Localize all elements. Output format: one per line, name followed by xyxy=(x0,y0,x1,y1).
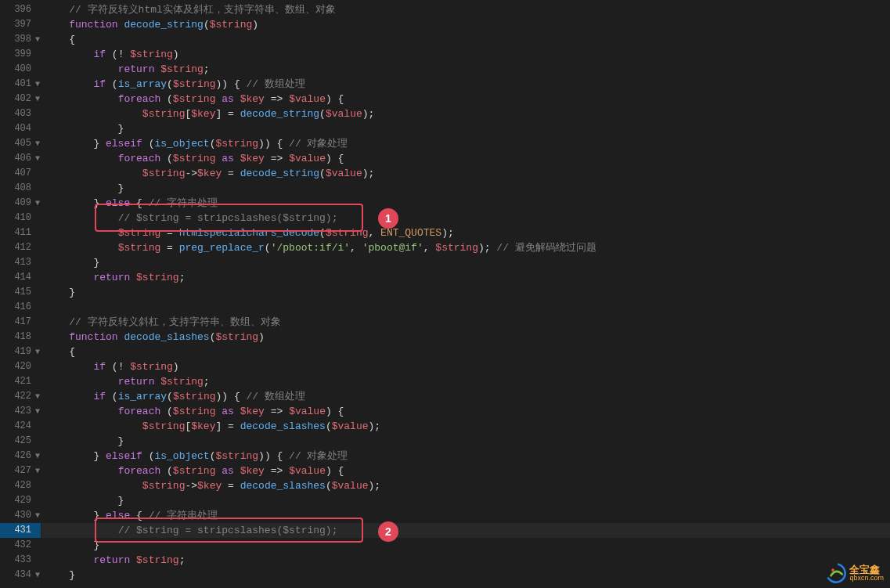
fold-marker-icon[interactable]: ▼ xyxy=(35,449,40,464)
code-line[interactable]: // $string = stripcslashes($string); xyxy=(41,211,890,225)
line-number[interactable]: 401▼ xyxy=(0,77,41,92)
code-line[interactable]: foreach ($string as $key => $value) { xyxy=(41,404,890,419)
line-number[interactable]: 403 xyxy=(0,106,41,121)
code-line[interactable]: return $string; xyxy=(41,62,890,77)
line-number[interactable]: 426▼ xyxy=(0,449,41,464)
line-number[interactable]: 405▼ xyxy=(0,136,41,151)
code-line[interactable]: } xyxy=(41,434,890,449)
line-number[interactable]: 406▼ xyxy=(0,151,41,166)
fold-marker-icon[interactable]: ▼ xyxy=(35,464,40,478)
line-number[interactable]: 402▼ xyxy=(0,92,41,106)
line-number[interactable]: 423▼ xyxy=(0,404,41,419)
svg-point-4 xyxy=(826,563,846,583)
code-line[interactable]: } xyxy=(41,568,890,583)
fold-marker-icon[interactable]: ▼ xyxy=(35,389,40,404)
code-line[interactable]: { xyxy=(41,345,890,359)
line-number[interactable]: 432 xyxy=(0,538,41,553)
line-number[interactable]: 418 xyxy=(0,330,41,345)
line-number[interactable]: 399 xyxy=(0,47,41,62)
code-line[interactable]: $string = preg_replace_r('/pboot:if/i', … xyxy=(41,240,890,255)
code-line[interactable]: // 字符反转义html实体及斜杠，支持字符串、数组、对象 xyxy=(41,2,890,17)
code-line[interactable]: if (is_array($string)) { // 数组处理 xyxy=(41,389,890,404)
line-number[interactable]: 424 xyxy=(0,419,41,434)
code-line[interactable]: foreach ($string as $key => $value) { xyxy=(41,151,890,166)
line-number[interactable]: 409▼ xyxy=(0,196,41,211)
line-number[interactable]: 396 xyxy=(0,2,41,17)
code-line[interactable]: } else { // 字符串处理 xyxy=(41,196,890,211)
code-content[interactable]: // 字符反转义html实体及斜杠，支持字符串、数组、对象 function d… xyxy=(41,0,890,588)
code-line[interactable]: if (! $string) xyxy=(41,47,890,62)
fold-marker-icon[interactable]: ▼ xyxy=(35,196,40,211)
code-line[interactable]: $string[$key] = decode_slashes($value); xyxy=(41,419,890,434)
code-line[interactable]: foreach ($string as $key => $value) { xyxy=(41,92,890,106)
code-line[interactable]: $string = htmlspecialchars_decode($strin… xyxy=(41,225,890,240)
line-number[interactable]: 431 xyxy=(0,523,41,538)
line-number[interactable]: 425 xyxy=(0,434,41,449)
code-line[interactable]: } else { // 字符串处理 xyxy=(41,508,890,523)
code-line[interactable]: if (is_array($string)) { // 数组处理 xyxy=(41,77,890,92)
fold-marker-icon[interactable]: ▼ xyxy=(35,32,40,47)
code-line[interactable]: } xyxy=(41,538,890,553)
code-line[interactable]: function decode_slashes($string) xyxy=(41,330,890,345)
fold-marker-icon[interactable]: ▼ xyxy=(35,151,40,166)
line-number[interactable]: 433 xyxy=(0,553,41,568)
line-number-gutter[interactable]: 396397398▼399400401▼402▼403404405▼406▼40… xyxy=(0,0,41,588)
svg-point-5 xyxy=(832,568,835,572)
line-number[interactable]: 417 xyxy=(0,315,41,330)
line-number[interactable]: 407 xyxy=(0,166,41,181)
code-line[interactable]: return $string; xyxy=(41,374,890,389)
line-number[interactable]: 427▼ xyxy=(0,464,41,478)
code-line[interactable]: $string[$key] = decode_string($value); xyxy=(41,106,890,121)
code-line[interactable]: function decode_string($string) xyxy=(41,17,890,32)
code-line[interactable]: if (! $string) xyxy=(41,359,890,374)
code-line[interactable]: // 字符反转义斜杠，支持字符串、数组、对象 xyxy=(41,315,890,330)
line-number[interactable]: 428 xyxy=(0,478,41,493)
code-editor: 396397398▼399400401▼402▼403404405▼406▼40… xyxy=(0,0,890,588)
fold-marker-icon[interactable]: ▼ xyxy=(35,92,40,106)
line-number[interactable]: 415 xyxy=(0,285,41,300)
line-number[interactable]: 412 xyxy=(0,240,41,255)
annotation-marker-1: 1 xyxy=(378,208,398,229)
annotation-marker-2: 2 xyxy=(378,521,398,542)
line-number[interactable]: 404 xyxy=(0,121,41,136)
line-number[interactable]: 419▼ xyxy=(0,345,41,359)
code-line[interactable]: return $string; xyxy=(41,270,890,285)
code-line[interactable]: return $string; xyxy=(41,553,890,568)
line-number[interactable]: 416 xyxy=(0,300,41,315)
line-number[interactable]: 414 xyxy=(0,270,41,285)
fold-marker-icon[interactable]: ▼ xyxy=(35,77,40,92)
line-number[interactable]: 430▼ xyxy=(0,508,41,523)
code-line[interactable]: $string->$key = decode_slashes($value); xyxy=(41,478,890,493)
fold-marker-icon[interactable]: ▼ xyxy=(35,136,40,151)
code-line[interactable]: $string->$key = decode_string($value); xyxy=(41,166,890,181)
fold-marker-icon[interactable]: ▼ xyxy=(35,508,40,523)
code-line[interactable]: foreach ($string as $key => $value) { xyxy=(41,464,890,478)
code-line[interactable]: } elseif (is_object($string)) { // 对象处理 xyxy=(41,449,890,464)
code-line[interactable]: } xyxy=(41,181,890,196)
line-number[interactable]: 400 xyxy=(0,62,41,77)
code-line[interactable]: // $string = stripcslashes($string); xyxy=(41,523,890,538)
line-number[interactable]: 413 xyxy=(0,255,41,270)
code-line[interactable]: } xyxy=(41,255,890,270)
watermark: 全宝鑫 qbxcn.com xyxy=(826,563,884,583)
line-number[interactable]: 434▼ xyxy=(0,568,41,583)
line-number[interactable]: 397 xyxy=(0,17,41,32)
line-number[interactable]: 429 xyxy=(0,493,41,508)
watermark-logo-icon xyxy=(826,563,846,583)
code-line[interactable]: } elseif (is_object($string)) { // 对象处理 xyxy=(41,136,890,151)
fold-marker-icon[interactable]: ▼ xyxy=(35,345,40,359)
code-line[interactable]: } xyxy=(41,285,890,300)
fold-marker-icon[interactable]: ▼ xyxy=(35,568,40,583)
code-line[interactable]: } xyxy=(41,121,890,136)
code-line[interactable]: } xyxy=(41,493,890,508)
code-line[interactable] xyxy=(41,300,890,315)
line-number[interactable]: 421 xyxy=(0,374,41,389)
line-number[interactable]: 408 xyxy=(0,181,41,196)
line-number[interactable]: 398▼ xyxy=(0,32,41,47)
line-number[interactable]: 410 xyxy=(0,211,41,225)
line-number[interactable]: 411 xyxy=(0,225,41,240)
fold-marker-icon[interactable]: ▼ xyxy=(35,404,40,419)
line-number[interactable]: 422▼ xyxy=(0,389,41,404)
code-line[interactable]: { xyxy=(41,32,890,47)
line-number[interactable]: 420 xyxy=(0,359,41,374)
